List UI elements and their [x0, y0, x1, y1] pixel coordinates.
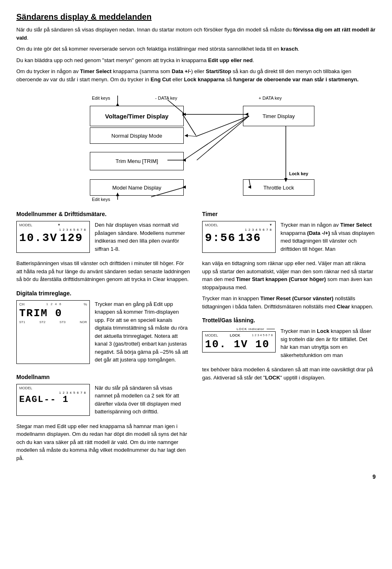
ch-label: CH [19, 302, 24, 306]
intro-p1: När du slår på sändaren så visas display… [16, 26, 376, 42]
trottel-section: Trottel/Gas låsning. LOCK indicator MODE… [202, 316, 376, 382]
modellnummer-digits: 10.3V129 [19, 232, 87, 244]
svg-line-17 [197, 116, 249, 160]
svg-line-16 [184, 116, 249, 160]
edit-keys-bottom-label: Edit keys [92, 197, 110, 202]
trottel-digits: 10. 1V 10 [205, 338, 273, 350]
data-minus-label: - DATA key [155, 96, 177, 100]
data-plus-label: + DATA key [258, 96, 282, 100]
modellnummer-text1: Den här displayen visas normalt vid påsl… [95, 221, 190, 253]
modellnamn-title: Modellnamn [16, 373, 190, 382]
trottel-text1: Trycker man in Lock knappen så låser sig… [281, 327, 376, 359]
svg-marker-4 [184, 113, 186, 116]
channel-numbers-tl: 1 2 3 4 5 6 7 8 [252, 333, 273, 337]
timer-text2: Trycker man in knappen Timer Reset (Curs… [202, 295, 376, 310]
st3-label: ST3 [60, 320, 66, 324]
modellnamn-text2: Stegar man med Edit upp eller ned knappa… [16, 422, 190, 462]
intro-p3: Du kan bläddra upp och ned genom "start … [16, 56, 376, 65]
modellnummer-text2: Batterispänningen visas till vänster och… [16, 259, 190, 283]
trim-menu-box: Trim Menu [TRIM] [90, 152, 184, 170]
intro-p4: Om du trycker in någon av Timer Select k… [16, 67, 376, 83]
timer-text-intro: Trycker man in någon av Timer Select kna… [281, 221, 376, 253]
two-column-section: Modellnummer & Drifttidsmätare. MODEL ▼ … [16, 210, 376, 465]
percent-label: % [84, 302, 87, 306]
modellnamn-digits: EAGL-- 1 [19, 395, 87, 405]
left-column: Modellnummer & Drifttidsmätare. MODEL ▼ … [16, 210, 190, 465]
nor-label: NOR [80, 320, 87, 324]
ch-numbers: 1 2 4 6 [46, 302, 62, 306]
timer-section: Timer MODEL ▼ 1 2 3 4 5 6 7 8 9:56136 Tr… [202, 210, 376, 310]
trottel-text2: tex behöver bära modellen & sändaren så … [202, 366, 376, 382]
intro-p2: Om du inte gör det så kommer reverserade… [16, 45, 376, 53]
lock-key-label: Lock key [289, 171, 308, 176]
trottel-display: MODEL LOCK 1 2 3 4 5 6 7 8 10. 1V 10 [202, 331, 276, 353]
model-label-tl: MODEL [205, 333, 218, 337]
svg-line-10 [188, 136, 196, 136]
digitala-digits: TRIM 0 [19, 307, 87, 319]
timer-display: MODEL ▼ 1 2 3 4 5 6 7 8 9:56136 [202, 221, 276, 253]
model-label-mn: MODEL [19, 386, 32, 390]
right-column: Timer MODEL ▼ 1 2 3 4 5 6 7 8 9:56136 Tr… [202, 210, 376, 465]
model-label-t: MODEL [205, 223, 218, 227]
svg-line-11 [184, 116, 196, 136]
model-name-box: Model Name Display [90, 179, 184, 196]
digitala-display: CH 1 2 4 6 % TRIM 0 ST1 ST2 ST3 NOR [16, 300, 90, 364]
normal-display-box: Normal Display Mode [90, 127, 184, 144]
voltage-timer-box: Voltage/Timer Display [90, 106, 184, 126]
navigation-diagram: Edit keys - DATA key + DATA key Voltage/… [16, 91, 376, 202]
model-label-mm: MODEL [19, 223, 32, 227]
svg-line-8 [196, 116, 249, 136]
st2-label: ST2 [39, 320, 45, 324]
channel-numbers-mm: ▼ [32, 223, 87, 227]
st1-label: ST1 [19, 320, 25, 324]
timer-display-box: Timer Display [243, 106, 314, 126]
modellnummer-display: MODEL ▼ 1 2 3 4 5 6 7 8 10.3V129 [16, 221, 90, 253]
page-number: 9 [16, 473, 376, 480]
edit-keys-top-label: Edit keys [92, 96, 110, 100]
timer-digits: 9:56136 [205, 232, 273, 244]
throttle-lock-box: Throttle Lock [243, 179, 314, 196]
trottel-display-wrapper: LOCK indicator MODEL LOCK 1 2 3 4 5 6 7 … [202, 327, 276, 362]
digitala-title: Digitala trimreglage. [16, 289, 190, 298]
digitala-text1: Trycker man en gång på Edit upp knappen … [95, 300, 190, 364]
trottel-title: Trottel/Gas låsning. [202, 316, 376, 325]
lock-indicator-label: LOCK indicator [237, 327, 265, 331]
digitala-section: Digitala trimreglage. CH 1 2 4 6 % TRIM … [16, 289, 190, 367]
modellnummer-title: Modellnummer & Drifttidsmätare. [16, 210, 190, 219]
modellnamn-text1: När du slår på sändaren så visas namnet … [95, 384, 190, 416]
page-title: Sändarens display & meddelanden [16, 12, 376, 22]
svg-marker-9 [185, 134, 188, 137]
modellnamn-section: Modellnamn MODEL 1 2 3 4 5 6 7 8 EAGL-- … [16, 373, 190, 462]
lock-display-label: LOCK [230, 333, 241, 337]
timer-text1: kan välja en tidtagning som räknar upp e… [202, 259, 376, 291]
modellnummer-section: Modellnummer & Drifttidsmätare. MODEL ▼ … [16, 210, 190, 283]
timer-title: Timer [202, 210, 376, 219]
modellnamn-display: MODEL 1 2 3 4 5 6 7 8 EAGL-- 1 [16, 384, 90, 416]
